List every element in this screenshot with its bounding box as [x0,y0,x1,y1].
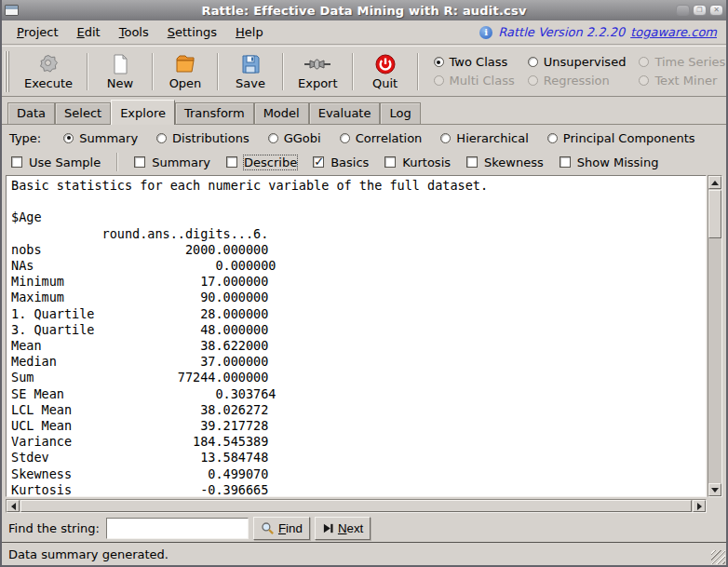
radio-unsupervised[interactable]: Unsupervised [528,55,627,69]
save-label: Save [236,76,265,90]
checkbox-icon [466,156,478,168]
radio-icon [440,133,451,143]
scroll-up-button[interactable] [708,176,721,189]
summary-output-text: Basic statistics for each numeric variab… [7,176,706,497]
horizontal-scrollbar-thumb[interactable] [20,500,692,512]
menu-settings[interactable]: Settings [158,22,226,42]
tab-data[interactable]: Data [7,102,55,124]
quit-power-icon [374,53,397,75]
save-button[interactable]: Save [224,49,276,94]
radio-text-miner: Text Miner [639,74,725,88]
minimize-button[interactable] [676,5,690,16]
new-page-icon [109,53,131,75]
radio-principal-components[interactable]: Principal Components [547,131,695,145]
maximize-button[interactable] [693,5,707,16]
radio-distributions[interactable]: Distributions [156,131,249,145]
checkbox-icon [226,156,237,168]
menu-project[interactable]: Project [7,22,68,42]
radio-selected-icon [63,133,74,143]
open-button[interactable]: Open [159,49,211,94]
quit-label: Quit [372,76,398,90]
checkbox-skewness[interactable]: Skewness [466,155,544,169]
rattle-window: Rattle: Effective Data Mining with R: au… [0,0,728,567]
checkbox-summary[interactable]: Summary [134,155,210,169]
togaware-link[interactable]: togaware.com [630,25,717,39]
checkbox-use-sample[interactable]: Use Sample [11,155,101,169]
checkbox-icon [559,156,571,168]
tab-transform[interactable]: Transform [175,102,254,124]
radio-summary[interactable]: Summary [63,131,138,145]
close-button[interactable] [709,5,723,16]
radio-icon [547,133,558,143]
resize-grip[interactable] [711,550,725,564]
checkbox-describe[interactable]: Describe [226,155,297,169]
export-button[interactable]: Export [290,49,346,94]
scroll-left-button[interactable] [7,500,20,512]
tab-evaluate[interactable]: Evaluate [309,102,381,124]
execute-button[interactable]: Execute [16,49,81,94]
toolbar-separator [417,53,419,90]
radio-correlation[interactable]: Correlation [340,131,423,145]
checkbox-show-missing[interactable]: Show Missing [559,155,659,169]
status-message: Data summary generated. [8,547,169,561]
explore-type-row: Type: Summary Distributions GGobi Correl… [2,126,726,150]
toolbar: Execute New Open Save [2,46,726,97]
radio-icon [340,133,350,143]
checkbox-icon [134,156,145,168]
open-folder-icon [174,53,196,75]
find-button[interactable]: Find [253,517,310,540]
toolbar-separator [152,53,154,90]
version-label: Rattle Version 2.2.20 [498,25,625,39]
radio-icon [528,75,538,86]
radio-ggobi[interactable]: GGobi [268,131,321,145]
find-bar: Find the string: Find Next [2,515,726,542]
summary-output-textview[interactable]: Basic statistics for each numeric variab… [6,175,707,497]
execute-label: Execute [24,76,73,90]
tab-log[interactable]: Log [380,102,420,124]
new-button[interactable]: New [94,49,146,94]
arrow-up-icon [711,181,719,185]
summary-options-row: Use Sample Summary Describe Basics Kurto… [2,150,726,174]
radio-icon [268,133,278,143]
save-floppy-icon [239,53,262,75]
arrow-down-icon [711,488,719,493]
horizontal-scrollbar[interactable] [6,499,707,513]
scroll-right-button[interactable] [693,500,706,512]
radio-icon [639,75,649,86]
menu-edit[interactable]: Edit [68,22,110,42]
radio-selected-icon [434,57,444,67]
toolbar-separator [87,53,88,90]
checkbox-checked-icon [313,156,324,168]
radio-regression: Regression [528,74,627,88]
next-button[interactable]: Next [315,517,371,540]
menubar: Project Edit Tools Settings Help Rattle … [2,20,726,45]
find-input[interactable] [106,518,249,539]
status-bar: Data summary generated. [2,542,726,565]
tab-select[interactable]: Select [55,102,111,124]
toolbar-grip[interactable] [5,51,10,92]
titlebar[interactable]: Rattle: Effective Data Mining with R: au… [0,0,728,20]
tab-model[interactable]: Model [254,102,309,124]
tab-explore[interactable]: Explore [111,100,175,125]
info-icon [479,26,492,39]
type-label: Type: [9,131,41,145]
radio-two-class[interactable]: Two Class [434,55,515,69]
quit-button[interactable]: Quit [359,49,411,94]
options-separator [116,153,118,171]
menu-tools[interactable]: Tools [110,22,158,42]
vertical-scrollbar[interactable] [708,175,722,497]
radio-hierarchical[interactable]: Hierarchical [440,131,528,145]
window-title: Rattle: Effective Data Mining with R: au… [0,4,728,18]
toolbar-separator [217,53,219,90]
vertical-scrollbar-thumb[interactable] [708,190,721,238]
radio-icon [639,57,649,67]
model-type-options: Two Class Multi Class Unsupervised Regre… [434,55,726,88]
checkbox-kurtosis[interactable]: Kurtosis [384,155,451,169]
checkbox-icon [11,156,22,168]
menu-help[interactable]: Help [226,22,273,42]
toolbar-separator [282,53,284,90]
export-plug-icon [303,53,331,75]
radio-icon [156,133,167,143]
scroll-down-button[interactable] [708,483,721,496]
checkbox-basics[interactable]: Basics [313,155,369,169]
